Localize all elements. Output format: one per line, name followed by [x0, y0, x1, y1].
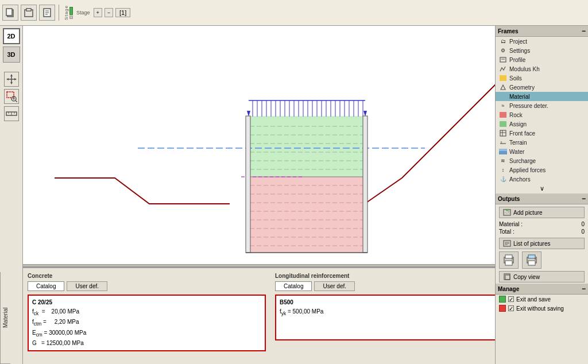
concrete-g: G = 12500,00 MPa — [32, 339, 261, 348]
svg-rect-1 — [6, 9, 12, 16]
sidebar-item-project-label: Project — [509, 38, 527, 45]
frames-more-button[interactable]: ∨ — [496, 184, 588, 193]
sidebar-item-anchors-label: Anchors — [509, 176, 531, 183]
exit-save-checkbox[interactable]: ✓ — [508, 296, 514, 302]
rock-icon — [499, 111, 507, 118]
list-pictures-icon — [503, 239, 511, 247]
stage-green-bar — [69, 7, 73, 15]
sidebar-item-rock-label: Rock — [509, 112, 523, 118]
sidebar-item-soils[interactable]: Soils — [496, 73, 588, 83]
svg-rect-109 — [505, 275, 510, 280]
svg-rect-84 — [500, 121, 506, 127]
exit-nosave-red-square — [499, 305, 506, 312]
stage-badge: [1] — [115, 8, 130, 17]
sidebar-item-material-label: Material — [509, 94, 530, 100]
copy-view-label: Copy view — [513, 274, 540, 280]
stage-plus-btn[interactable]: + — [94, 8, 102, 17]
svg-rect-27 — [249, 117, 365, 177]
sidebar-item-front-face[interactable]: Front face — [496, 129, 588, 138]
concrete-userdef-button[interactable]: User def. — [67, 281, 107, 291]
reinforcement-buttons: Catalog User def. — [275, 281, 513, 291]
canvas-area — [23, 26, 518, 267]
sidebar-item-water-label: Water — [509, 149, 524, 155]
sidebar-item-profile[interactable]: Profile — [496, 55, 588, 64]
sidebar-item-settings[interactable]: ⚙ Settings — [496, 46, 588, 55]
pan-tool-button[interactable] — [4, 72, 19, 87]
sidebar-item-material[interactable]: Material — [496, 92, 588, 101]
toolbar-separator — [59, 5, 59, 21]
svg-rect-78 — [500, 57, 506, 62]
sidebar-item-water[interactable]: Water — [496, 147, 588, 156]
new-button[interactable] — [39, 5, 55, 21]
svg-rect-90 — [499, 151, 507, 154]
copy-view-button[interactable]: Copy view — [499, 271, 585, 282]
stage-minus-btn[interactable]: − — [105, 8, 113, 17]
sidebar-item-pressure[interactable]: ≈ Pressure deter. — [496, 101, 588, 110]
material-icon — [499, 93, 507, 100]
copy-button[interactable] — [2, 5, 18, 21]
svg-rect-81 — [500, 75, 506, 78]
assign-icon — [499, 121, 507, 127]
exit-save-item[interactable]: ✓ Exit and save — [496, 295, 588, 304]
view-2d-button[interactable]: 2D — [3, 28, 20, 44]
frames-collapse-button[interactable]: − — [582, 27, 586, 35]
measure-tool-button[interactable] — [4, 106, 19, 121]
outputs-collapse-button[interactable]: − — [582, 195, 586, 203]
exit-save-green-square — [499, 296, 506, 303]
sidebar-item-modulus-kh[interactable]: Modulus Kh — [496, 64, 588, 73]
add-picture-label: Add picture — [513, 210, 543, 216]
material-count-label: Material : — [499, 221, 523, 227]
sidebar-item-rock[interactable]: Rock — [496, 110, 588, 119]
surcharge-icon: ≋ — [499, 157, 507, 164]
total-count-row: Total : 0 — [496, 228, 588, 235]
list-pictures-button[interactable]: List of pictures — [499, 238, 585, 249]
soils-icon — [499, 75, 507, 82]
paste-button[interactable] — [21, 5, 37, 21]
sidebar-item-terrain[interactable]: Terrain — [496, 138, 588, 147]
exit-nosave-label: Exit without saving — [516, 305, 564, 312]
reinforcement-section: Longitudinal reinforcement Catalog User … — [275, 273, 513, 359]
profile-icon — [499, 56, 507, 63]
outputs-section: Outputs − Add picture Material : 0 Total… — [496, 193, 588, 282]
sidebar-item-anchors[interactable]: ⚓ Anchors — [496, 175, 588, 184]
sidebar-item-surcharge-label: Surcharge — [509, 158, 536, 164]
reinforcement-fyk: fyk = 500,00 MPa — [280, 307, 509, 317]
svg-rect-83 — [500, 112, 506, 118]
geometry-icon — [499, 84, 507, 91]
svg-rect-82 — [499, 95, 507, 98]
manage-header: Manage − — [496, 284, 588, 295]
reinforcement-userdef-button[interactable]: User def. — [314, 281, 355, 291]
stage-label: Stage — [76, 10, 90, 16]
frames-header: Frames − — [496, 26, 588, 37]
frames-section: Frames − 🗂 Project ⚙ Settings Profile Mo… — [496, 26, 588, 193]
svg-marker-11 — [10, 74, 13, 76]
reinforcement-catalog-button[interactable]: Catalog — [275, 281, 312, 291]
exit-nosave-checkbox[interactable]: ✓ — [508, 305, 514, 311]
zoom-tool-button[interactable] — [4, 89, 19, 104]
concrete-catalog-button[interactable]: Catalog — [28, 281, 64, 291]
manage-collapse-button[interactable]: − — [582, 285, 586, 293]
svg-rect-105 — [528, 255, 535, 258]
add-picture-button[interactable]: Add picture — [499, 207, 585, 218]
sidebar-item-assign[interactable]: Assign — [496, 119, 588, 129]
print-icon — [503, 254, 514, 266]
add-picture-icon — [503, 208, 511, 216]
print-button[interactable] — [499, 251, 519, 269]
sidebar-item-applied-forces[interactable]: ↕ Applied forces — [496, 165, 588, 175]
svg-rect-85 — [500, 130, 506, 136]
material-count-value: 0 — [581, 221, 585, 227]
water-icon — [499, 148, 507, 155]
sidebar-item-project[interactable]: 🗂 Project — [496, 37, 588, 46]
exit-nosave-item[interactable]: ✓ Exit without saving — [496, 304, 588, 313]
view-3d-button[interactable]: 3D — [3, 47, 20, 63]
sidebar-item-geometry[interactable]: Geometry — [496, 83, 588, 92]
sidebar-item-assign-label: Assign — [509, 121, 527, 127]
applied-forces-icon: ↕ — [499, 166, 507, 173]
print-color-button[interactable] — [522, 251, 541, 269]
svg-marker-13 — [6, 78, 9, 80]
anchors-icon: ⚓ — [499, 176, 507, 183]
sidebar-item-geometry-label: Geometry — [509, 84, 535, 91]
sidebar-item-surcharge[interactable]: ≋ Surcharge — [496, 156, 588, 165]
svg-rect-91 — [499, 149, 507, 151]
toolbar: Stage Stage + − [1] — [0, 0, 588, 26]
